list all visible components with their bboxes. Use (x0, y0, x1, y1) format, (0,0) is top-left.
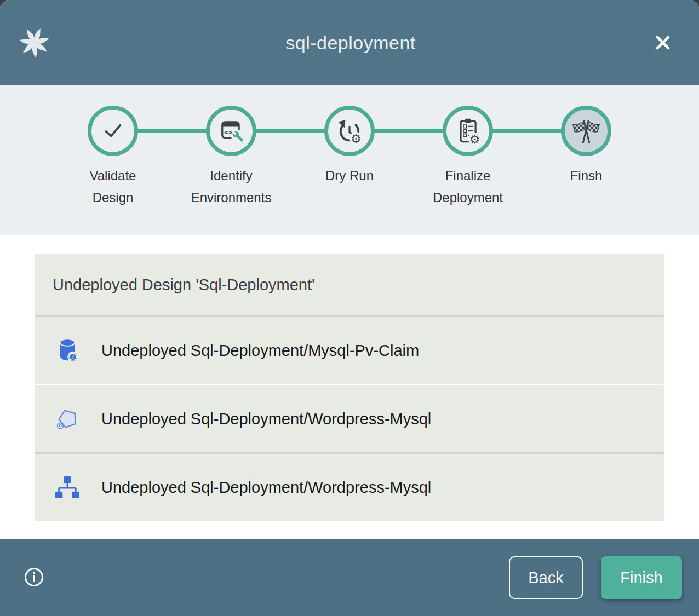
step-circle-active (561, 106, 611, 156)
deployment-wizard-dialog: sql-deployment Validate Design (0, 0, 699, 616)
wizard-stepper-section: Validate Design <> Identify Environments (0, 85, 699, 235)
clipboard-gear-icon: ⚙ (454, 117, 482, 145)
step-finalize-deployment: ⚙ Finalize Deployment (409, 106, 527, 209)
svg-text:⚙: ⚙ (469, 133, 480, 145)
history-gear-icon: ⚙ (335, 117, 364, 145)
back-button[interactable]: Back (509, 556, 583, 599)
list-item-text: Undeployed Sql-Deployment/Wordpress-Mysq… (101, 479, 431, 497)
list-item-mysql-pv-claim: ? Undeployed Sql-Deployment/Mysql-Pv-Cla… (35, 317, 664, 384)
deployment-results-list: Undeployed Design 'Sql-Deployment' ? Und… (35, 254, 664, 521)
step-label: Finsh (570, 165, 603, 187)
step-circle: ⚙ (324, 106, 375, 156)
dialog-footer: Back Finish (0, 539, 699, 616)
pentagon-badge-icon (55, 405, 81, 433)
finish-button[interactable]: Finish (601, 556, 682, 599)
step-label: Validate Design (90, 165, 136, 209)
hierarchy-icon (55, 475, 81, 499)
dialog-title: sql-deployment (51, 32, 650, 54)
step-circle (88, 106, 138, 156)
step-finish: Finsh (527, 106, 645, 209)
list-item-text: Undeployed Sql-Deployment/Wordpress-Mysq… (101, 410, 431, 428)
step-validate-design: Validate Design (54, 106, 172, 209)
svg-text:?: ? (72, 354, 75, 360)
step-label: Identify Environments (191, 165, 272, 209)
footer-actions: Back Finish (509, 556, 682, 599)
summary-text: Undeployed Design 'Sql-Deployment' (53, 276, 315, 294)
list-item-wordpress-mysql-deployment: Undeployed Sql-Deployment/Wordpress-Mysq… (35, 454, 664, 521)
list-item-text: Undeployed Sql-Deployment/Mysql-Pv-Claim (101, 342, 419, 360)
step-circle: ⚙ (443, 106, 493, 156)
check-icon (99, 117, 127, 145)
checkered-flags-icon (571, 116, 601, 146)
content-area: Undeployed Design 'Sql-Deployment' ? Und… (0, 235, 699, 539)
close-button[interactable] (650, 30, 676, 56)
close-x-icon (652, 32, 674, 54)
stepper: Validate Design <> Identify Environments (54, 106, 645, 209)
step-dry-run: ⚙ Dry Run (290, 106, 409, 209)
svg-text:⚙: ⚙ (351, 132, 361, 145)
step-identify-environments: <> Identify Environments (172, 106, 290, 209)
info-icon (23, 566, 45, 588)
code-wrench-icon: <> (217, 117, 245, 145)
step-label: Dry Run (325, 165, 374, 187)
list-item-wordpress-mysql-service: Undeployed Sql-Deployment/Wordpress-Mysq… (35, 385, 664, 452)
database-question-icon: ? (55, 337, 81, 364)
info-button[interactable] (22, 566, 46, 590)
step-circle: <> (206, 106, 256, 156)
step-label: Finalize Deployment (433, 165, 503, 209)
meshery-logo-icon (18, 26, 51, 60)
dialog-header: sql-deployment (0, 0, 699, 85)
list-summary-row: Undeployed Design 'Sql-Deployment' (35, 254, 664, 315)
